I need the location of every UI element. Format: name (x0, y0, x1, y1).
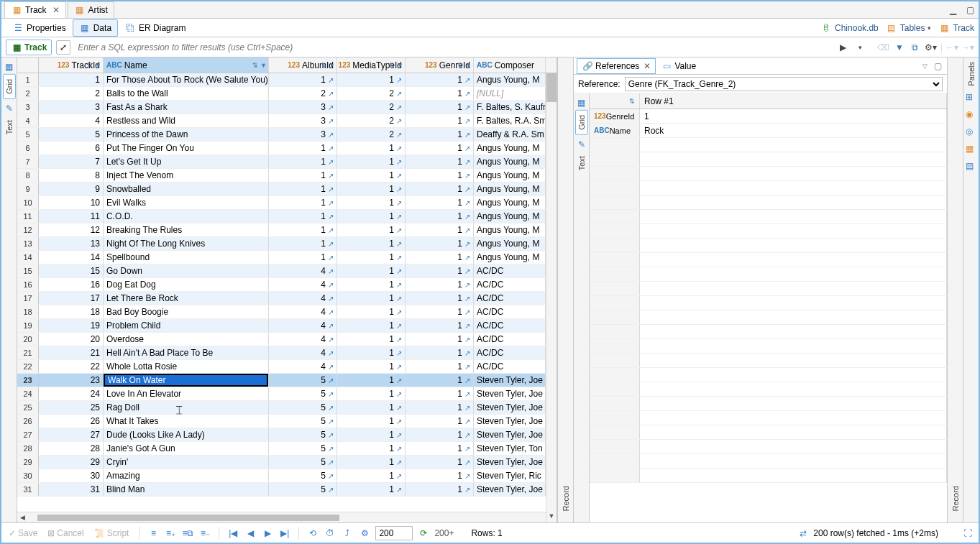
cell-albumid[interactable]: 4↗ (269, 292, 337, 305)
cell-composer[interactable]: Angus Young, M (474, 237, 546, 250)
cell-trackid[interactable]: 18 (39, 305, 104, 318)
cell-trackid[interactable]: 4 (39, 114, 104, 127)
panel-icon-4[interactable]: ▦ (966, 144, 977, 155)
fk-link-icon[interactable]: ↗ (328, 213, 334, 221)
cell-mediatypeid[interactable]: 1↗ (337, 401, 406, 414)
cell-albumid[interactable]: 1↗ (269, 73, 337, 86)
fk-link-icon[interactable]: ↗ (464, 336, 470, 344)
fk-link-icon[interactable]: ↗ (328, 404, 334, 412)
cell-composer[interactable]: Steven Tyler, Joe (474, 483, 546, 496)
cell-trackid[interactable]: 30 (39, 469, 104, 482)
cell-mediatypeid[interactable]: 2↗ (337, 128, 406, 141)
fk-link-icon[interactable]: ↗ (328, 308, 334, 316)
cell-name[interactable]: Blind Man (104, 483, 269, 496)
table-row[interactable]: 22Balls to the Wall2↗2↗1↗[NULL] (17, 87, 557, 101)
fk-link-icon[interactable]: ↗ (396, 226, 402, 234)
cell-name[interactable]: Dog Eat Dog (104, 278, 269, 291)
cell-name[interactable]: C.O.D. (104, 210, 269, 223)
fk-link-icon[interactable]: ↗ (396, 404, 402, 412)
cell-genreid[interactable]: 1↗ (406, 210, 474, 223)
cell-name[interactable]: Whole Lotta Rosie (104, 360, 269, 373)
cell-mediatypeid[interactable]: 1↗ (337, 210, 406, 223)
row-index[interactable]: 26 (17, 415, 39, 428)
panel-icon-1[interactable]: ⊞ (966, 92, 977, 103)
fk-link-icon[interactable]: ↗ (464, 322, 470, 330)
fk-link-icon[interactable]: ↗ (464, 254, 470, 262)
cell-mediatypeid[interactable]: 1↗ (337, 223, 406, 236)
subtab-data[interactable]: ▦ Data (73, 19, 118, 37)
cell-name[interactable]: Princess of the Dawn (104, 128, 269, 141)
cell-albumid[interactable]: 1↗ (269, 196, 337, 209)
fit-icon[interactable]: ⤢ (56, 40, 70, 55)
filter-icon[interactable]: ▼ (95, 62, 101, 69)
cell-composer[interactable]: Angus Young, M (474, 196, 546, 209)
cell-trackid[interactable]: 6 (39, 142, 104, 155)
fk-link-icon[interactable]: ↗ (396, 390, 402, 398)
cell-composer[interactable]: AC/DC (474, 346, 546, 359)
cell-trackid[interactable]: 7 (39, 155, 104, 168)
cell-name[interactable]: Let's Get It Up (104, 155, 269, 168)
cell-albumid[interactable]: 5↗ (269, 483, 337, 496)
cell-genreid[interactable]: 1↗ (406, 374, 474, 387)
cell-composer[interactable]: Steven Tyler, Joe (474, 456, 546, 469)
cell-mediatypeid[interactable]: 1↗ (337, 346, 406, 359)
cell-name[interactable]: Snowballed (104, 183, 269, 195)
cell-name[interactable]: Fast As a Shark (104, 101, 269, 114)
tab-value[interactable]: ▭ Value (656, 58, 701, 74)
fk-link-icon[interactable]: ↗ (396, 158, 402, 166)
cell-composer[interactable]: Angus Young, M (474, 223, 546, 236)
cell-name[interactable]: Breaking The Rules (104, 223, 269, 236)
table-row[interactable]: 11For Those About To Rock (We Salute You… (17, 73, 557, 87)
fk-link-icon[interactable]: ↗ (464, 199, 470, 207)
cell-composer[interactable]: Deaffy & R.A. Sm (474, 128, 546, 141)
fk-link-icon[interactable]: ↗ (328, 144, 334, 152)
fk-link-icon[interactable]: ↗ (328, 103, 334, 111)
cell-genreid[interactable]: 1↗ (406, 114, 474, 127)
cell-name[interactable]: Bad Boy Boogie (104, 305, 269, 318)
fk-link-icon[interactable]: ↗ (464, 308, 470, 316)
fk-link-icon[interactable]: ↗ (328, 431, 334, 439)
reload-icon[interactable]: ⟳ (417, 527, 430, 540)
left-tab-grid[interactable]: Grid (3, 74, 16, 99)
fk-link-icon[interactable]: ↗ (464, 90, 470, 98)
config-dropdown-icon[interactable]: ⚙▾ (925, 41, 938, 54)
row-index[interactable]: 14 (17, 251, 39, 264)
cell-trackid[interactable]: 31 (39, 483, 104, 496)
table-row[interactable]: 77Let's Get It Up1↗1↗1↗Angus Young, M (17, 155, 557, 169)
cell-genreid[interactable]: 1↗ (406, 169, 474, 182)
cell-composer[interactable]: Angus Young, M (474, 142, 546, 155)
row-index[interactable]: 10 (17, 196, 39, 209)
filter-icon[interactable]: ▼ (397, 62, 403, 69)
cell-genreid[interactable]: 1↗ (406, 87, 474, 100)
row-index[interactable]: 7 (17, 155, 39, 168)
gear-icon[interactable]: ⚙ (358, 527, 371, 540)
cell-albumid[interactable]: 4↗ (269, 319, 337, 332)
cell-composer[interactable]: AC/DC (474, 333, 546, 346)
cell-name[interactable]: Inject The Venom (104, 169, 269, 182)
row-index[interactable]: 31 (17, 483, 39, 496)
cell-composer[interactable]: Steven Tyler, Joe (474, 387, 546, 400)
cell-albumid[interactable]: 3↗ (269, 128, 337, 141)
row-index[interactable]: 4 (17, 114, 39, 127)
ref-value[interactable]: 1 (640, 109, 947, 123)
cell-mediatypeid[interactable]: 1↗ (337, 456, 406, 469)
auto-refresh-icon[interactable]: ⏱ (324, 527, 336, 540)
fk-link-icon[interactable]: ↗ (328, 267, 334, 275)
cell-composer[interactable]: [NULL] (474, 87, 546, 100)
cell-composer[interactable]: F. Baltes, S. Kaufm (474, 101, 546, 114)
cell-mediatypeid[interactable]: 1↗ (337, 483, 406, 496)
table-row[interactable]: 44Restless and Wild3↗2↗1↗F. Baltes, R.A.… (17, 114, 557, 128)
cell-name[interactable]: Overdose (104, 333, 269, 346)
cell-albumid[interactable]: 4↗ (269, 264, 337, 277)
fk-link-icon[interactable]: ↗ (396, 295, 402, 303)
cell-albumid[interactable]: 5↗ (269, 442, 337, 455)
fk-link-icon[interactable]: ↗ (396, 213, 402, 221)
cell-trackid[interactable]: 2 (39, 87, 104, 100)
cell-mediatypeid[interactable]: 1↗ (337, 333, 406, 346)
panel-icon-3[interactable]: ◎ (966, 126, 977, 138)
row-index[interactable]: 20 (17, 333, 39, 346)
restore-icon[interactable]: ▢ (931, 60, 944, 73)
scrollbar-thumb[interactable] (546, 73, 557, 102)
cell-composer[interactable]: AC/DC (474, 305, 546, 318)
row-index[interactable]: 1 (17, 73, 39, 86)
